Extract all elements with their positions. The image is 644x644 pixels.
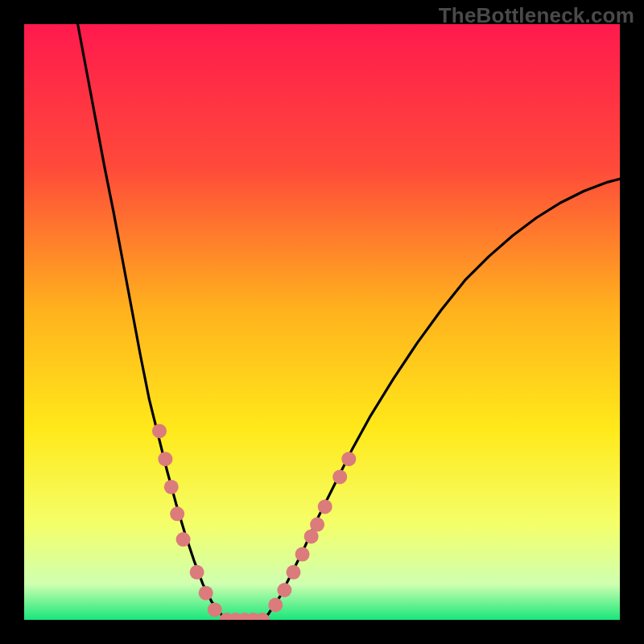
marker-point	[158, 452, 172, 466]
plot-area	[24, 24, 620, 620]
marker-point	[310, 518, 324, 532]
marker-point	[152, 423, 167, 438]
marker-point	[208, 602, 222, 617]
marker-point	[332, 469, 347, 484]
marker-point	[190, 565, 204, 580]
chart-frame: TheBottleneck.com	[0, 0, 644, 644]
marker-point	[341, 452, 356, 466]
chart-svg	[24, 24, 620, 620]
marker-point	[176, 532, 191, 547]
marker-point	[286, 565, 300, 580]
marker-point	[295, 547, 310, 562]
marker-point	[164, 480, 179, 494]
gradient-background	[24, 24, 620, 620]
marker-point	[318, 499, 332, 514]
marker-point	[199, 586, 213, 601]
marker-point	[268, 598, 283, 613]
marker-point	[170, 506, 184, 521]
marker-point	[277, 583, 291, 597]
